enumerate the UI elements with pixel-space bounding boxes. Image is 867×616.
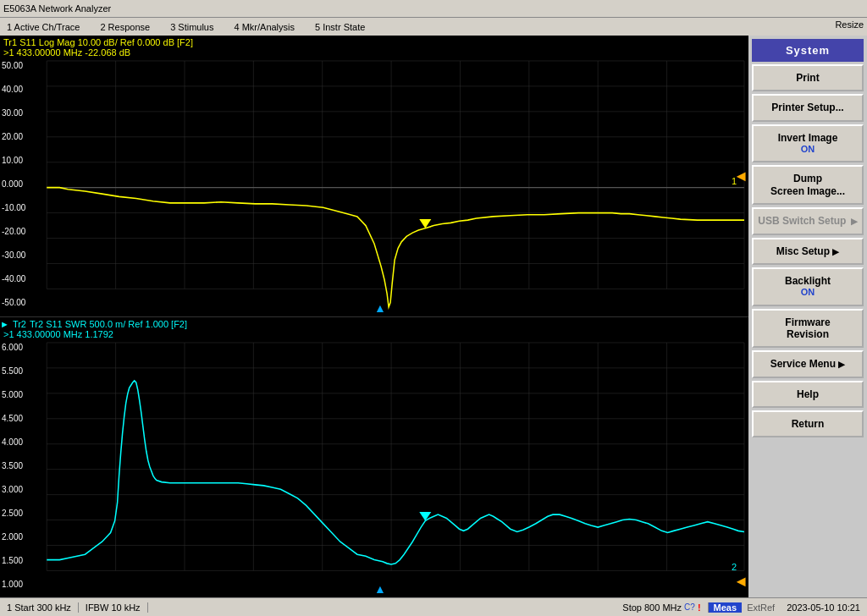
trace2-marker: >1 433.00000 MHz 1.1792: [3, 329, 113, 339]
status-bar-inner: 1 Start 300 kHz IFBW 10 kHz Stop 800 MHz…: [0, 602, 867, 613]
status-ifbw: IFBW 10 kHz: [79, 602, 148, 613]
trace1-marker: >1 433.00000 MHz -22.068 dB: [3, 47, 130, 58]
trace1-label: 1: [732, 176, 737, 186]
side-panel: System Print Printer Setup... Invert Ima…: [748, 36, 867, 597]
trace1-header: Tr1 S11 Log Mag 10.00 dB/ Ref 0.000 dB […: [3, 37, 193, 47]
panel-title: System: [752, 39, 864, 62]
status-meas[interactable]: Meas: [709, 602, 743, 613]
menu-stimulus[interactable]: 3 Stimulus: [167, 20, 217, 34]
resize-button[interactable]: Resize: [835, 19, 864, 30]
invert-image-button[interactable]: Invert Image ON: [752, 124, 864, 163]
dump-screen-button[interactable]: Dump Screen Image...: [752, 165, 864, 205]
usb-switch-button[interactable]: USB Switch Setup ▶: [752, 207, 864, 234]
trace2: ► Tr2 Tr2 S11 SWR 500.0 m/ Ref 1.000 [F2…: [0, 317, 748, 598]
status-extref: ExtRef: [742, 602, 780, 613]
trace1-svg: [0, 36, 748, 316]
return-button[interactable]: Return: [752, 410, 864, 437]
trace2-bottom-marker: ▲: [374, 582, 386, 596]
trace1-bottom-marker: ▲: [374, 301, 386, 315]
service-menu-button[interactable]: Service Menu ▶: [752, 350, 864, 377]
status-start: 1 Start 300 kHz: [0, 602, 79, 613]
trace2-label: 2: [732, 562, 737, 572]
printer-setup-button[interactable]: Printer Setup...: [752, 94, 864, 121]
menu-mkr[interactable]: 4 Mkr/Analysis: [230, 20, 298, 34]
chart-area: Tr1 S11 Log Mag 10.00 dB/ Ref 0.000 dB […: [0, 36, 748, 597]
status-bar: 1 Start 300 kHz IFBW 10 kHz Stop 800 MHz…: [0, 597, 867, 616]
help-button[interactable]: Help: [752, 381, 864, 408]
menu-active-ch[interactable]: 1 Active Ch/Trace: [3, 20, 83, 34]
status-stop: Stop 800 MHz C? !: [616, 602, 708, 613]
title-bar: E5063A Network Analyzer: [0, 0, 867, 17]
trace1: Tr1 S11 Log Mag 10.00 dB/ Ref 0.000 dB […: [0, 36, 748, 317]
print-button[interactable]: Print: [752, 64, 864, 91]
trace2-tr-label: Tr2: [13, 319, 26, 329]
channel-indicator: C?: [684, 602, 695, 612]
svg-marker-44: [419, 511, 431, 520]
firmware-revision-button[interactable]: Firmware Revision: [752, 309, 864, 349]
trace2-indicator: ►: [0, 319, 9, 329]
trace2-header: Tr2 S11 SWR 500.0 m/ Ref 1.000 [F2]: [30, 319, 187, 329]
trace2-svg: [0, 317, 748, 598]
status-right: Stop 800 MHz C? ! Meas ExtRef 2023-05-10…: [616, 602, 867, 613]
app-title: E5063A Network Analyzer: [3, 3, 111, 14]
status-datetime: 2023-05-10 10:21: [780, 602, 867, 613]
backlight-button[interactable]: Backlight ON: [752, 267, 864, 306]
menu-instr-state[interactable]: 5 Instr State: [312, 20, 368, 34]
misc-setup-button[interactable]: Misc Setup ▶: [752, 238, 864, 265]
menu-response[interactable]: 2 Response: [97, 20, 153, 34]
main-area: Tr1 S11 Log Mag 10.00 dB/ Ref 0.000 dB […: [0, 36, 867, 597]
trace2-right-marker: ◄: [733, 573, 748, 591]
menu-bar: 1 Active Ch/Trace 2 Response 3 Stimulus …: [0, 17, 867, 36]
